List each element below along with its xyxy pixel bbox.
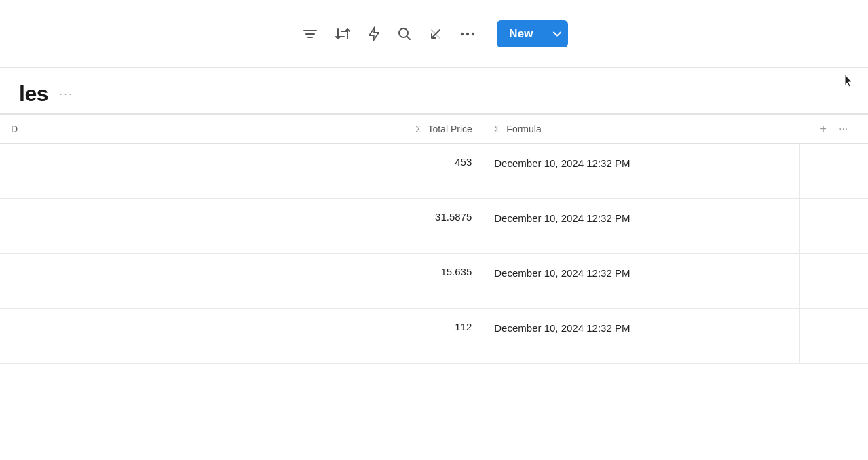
more-options-button[interactable] bbox=[457, 29, 478, 39]
data-table: D Σ Total Price Σ Formula + ··· bbox=[0, 114, 868, 364]
page-options-button[interactable]: ··· bbox=[55, 85, 77, 102]
cell-formula-value-2: December 10, 2024 12:32 PM bbox=[483, 254, 799, 308]
col-header-id[interactable]: D bbox=[0, 115, 166, 144]
filter-button[interactable] bbox=[300, 25, 320, 43]
cell-formula-value-1: December 10, 2024 12:32 PM bbox=[483, 199, 799, 253]
cell-total-price-0[interactable]: 453 bbox=[166, 144, 483, 199]
table-header-row: D Σ Total Price Σ Formula + ··· bbox=[0, 115, 868, 144]
cell-total-price-value-3: 112 bbox=[166, 309, 483, 363]
cell-id-0[interactable] bbox=[0, 144, 166, 199]
col-total-price-label: Total Price bbox=[428, 123, 472, 134]
cell-id-3[interactable] bbox=[0, 309, 166, 364]
cell-total-price-3[interactable]: 112 bbox=[166, 309, 483, 364]
table-row[interactable]: 112December 10, 2024 12:32 PM bbox=[0, 309, 868, 364]
table-row[interactable]: 31.5875December 10, 2024 12:32 PM bbox=[0, 199, 868, 254]
cell-empty-0 bbox=[800, 144, 868, 199]
col-formula-label: Formula bbox=[506, 123, 541, 134]
cell-id-1[interactable] bbox=[0, 199, 166, 254]
toolbar: New bbox=[0, 0, 868, 68]
cell-id-value-2 bbox=[0, 254, 166, 308]
col-header-formula[interactable]: Σ Formula bbox=[483, 115, 800, 144]
col-header-total-price[interactable]: Σ Total Price bbox=[166, 115, 483, 144]
new-button-chevron[interactable] bbox=[546, 24, 568, 43]
add-column-button[interactable]: + bbox=[818, 121, 829, 136]
cell-formula-value-0: December 10, 2024 12:32 PM bbox=[483, 144, 799, 198]
cell-id-value-0 bbox=[0, 144, 166, 198]
cell-formula-1[interactable]: December 10, 2024 12:32 PM bbox=[483, 199, 800, 254]
sigma-icon-formula: Σ bbox=[494, 123, 500, 134]
sigma-icon-total-price: Σ bbox=[415, 123, 421, 134]
cell-total-price-value-2: 15.635 bbox=[166, 254, 483, 308]
cell-total-price-value-1: 31.5875 bbox=[166, 199, 483, 253]
cell-id-value-3 bbox=[0, 309, 166, 363]
cell-total-price-1[interactable]: 31.5875 bbox=[166, 199, 483, 254]
new-button[interactable]: New bbox=[497, 20, 545, 47]
col-header-add: + ··· bbox=[800, 115, 868, 144]
cell-empty-1 bbox=[800, 199, 868, 254]
svg-point-8 bbox=[472, 32, 474, 35]
sort-button[interactable] bbox=[333, 24, 353, 43]
new-button-group: New bbox=[497, 20, 567, 47]
cell-empty-2 bbox=[800, 254, 868, 309]
more-column-options-button[interactable]: ··· bbox=[836, 121, 850, 136]
table-row[interactable]: 453December 10, 2024 12:32 PM bbox=[0, 144, 868, 199]
cell-total-price-value-0: 453 bbox=[166, 144, 483, 198]
page-title: les bbox=[19, 81, 48, 107]
col-id-label: D bbox=[11, 123, 18, 134]
cell-empty-3 bbox=[800, 309, 868, 364]
page-header: les ··· bbox=[0, 68, 868, 113]
table-row[interactable]: 15.635December 10, 2024 12:32 PM bbox=[0, 254, 868, 309]
cell-total-price-2[interactable]: 15.635 bbox=[166, 254, 483, 309]
svg-point-7 bbox=[466, 32, 469, 35]
lightning-button[interactable] bbox=[365, 24, 383, 44]
cell-formula-2[interactable]: December 10, 2024 12:32 PM bbox=[483, 254, 800, 309]
search-button[interactable] bbox=[395, 24, 414, 43]
cell-formula-3[interactable]: December 10, 2024 12:32 PM bbox=[483, 309, 800, 364]
cell-formula-0[interactable]: December 10, 2024 12:32 PM bbox=[483, 144, 800, 199]
svg-point-6 bbox=[461, 32, 464, 35]
cell-id-2[interactable] bbox=[0, 254, 166, 309]
toolbar-icons bbox=[300, 24, 478, 44]
cell-id-value-1 bbox=[0, 199, 166, 253]
resize-button[interactable] bbox=[426, 24, 445, 43]
cell-formula-value-3: December 10, 2024 12:32 PM bbox=[483, 309, 799, 363]
